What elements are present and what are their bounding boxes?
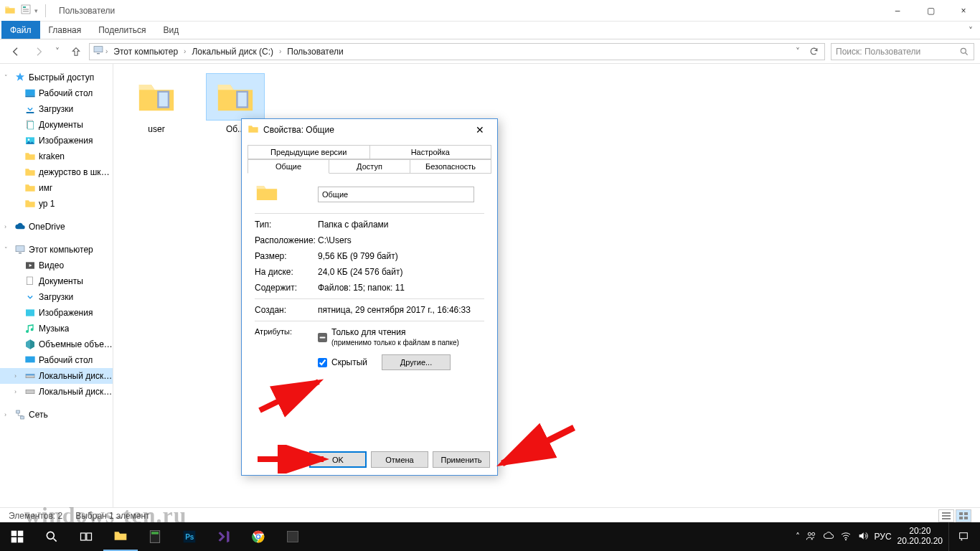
tray-clock[interactable]: 20:2020.20.20.20 <box>897 527 943 547</box>
cancel-button[interactable]: Отмена <box>371 451 428 468</box>
tree-music[interactable]: Музыка <box>0 321 113 336</box>
label-attributes: Атрибуты: <box>255 327 318 370</box>
svg-rect-8 <box>25 95 34 97</box>
tab-previous-versions[interactable]: Предыдущие версии <box>248 145 370 159</box>
tree-documents[interactable]: Документы <box>0 117 113 133</box>
file-tab[interactable]: Файл <box>1 21 40 39</box>
tray-network-icon[interactable] <box>840 530 852 544</box>
tree-duty[interactable]: дежурство в школе <box>0 164 113 180</box>
taskbar-search-icon[interactable] <box>34 522 69 551</box>
tree-pictures-pc[interactable]: Изображения <box>0 305 113 321</box>
svg-rect-39 <box>11 537 17 543</box>
svg-rect-28 <box>942 515 951 517</box>
svg-rect-26 <box>237 92 248 108</box>
tree-ur1[interactable]: ур 1 <box>0 196 113 212</box>
tree-videos[interactable]: Видео <box>0 258 113 273</box>
qat-properties-icon[interactable] <box>20 4 32 17</box>
tray-people-icon[interactable] <box>806 530 817 544</box>
tree-local-disk-c[interactable]: ›Локальный диск (C:) <box>0 368 113 384</box>
label-type: Тип: <box>255 220 318 230</box>
tab-general[interactable]: Общие <box>248 159 329 174</box>
dialog-body: Тип:Папка с файлами Расположение:C:\User… <box>242 174 497 370</box>
folder-name-input[interactable] <box>318 187 474 202</box>
tab-sharing[interactable]: Доступ <box>329 159 410 173</box>
tree-desktop-pc[interactable]: Рабочий стол <box>0 352 113 368</box>
dialog-titlebar[interactable]: Свойства: Общие ✕ <box>242 119 497 141</box>
taskbar-photoshop[interactable]: Ps <box>172 522 207 551</box>
pictures-icon <box>24 307 36 319</box>
up-button[interactable] <box>66 42 86 62</box>
maximize-button[interactable]: ▢ <box>914 0 947 22</box>
other-attributes-button[interactable]: Другие... <box>382 354 451 370</box>
tree-pictures[interactable]: Изображения <box>0 133 113 149</box>
tray-onedrive-icon[interactable] <box>823 530 834 544</box>
svg-rect-30 <box>959 512 963 515</box>
tray-up-icon[interactable]: ˄ <box>796 532 800 542</box>
minimize-button[interactable]: – <box>881 0 914 22</box>
tree-downloads-pc[interactable]: Загрузки <box>0 289 113 305</box>
window-titlebar: ▾ Пользователи – ▢ × <box>0 0 980 22</box>
qat-dropdown-icon[interactable]: ▾ <box>34 7 38 14</box>
tray-volume-icon[interactable] <box>857 530 869 544</box>
taskbar-app[interactable] <box>275 522 310 551</box>
disk-icon <box>24 386 36 397</box>
address-bar[interactable]: › Этот компьютер › Локальный диск (C:) ›… <box>89 43 825 60</box>
tree-documents-pc[interactable]: Документы <box>0 273 113 289</box>
star-icon <box>14 72 26 83</box>
tree-onedrive[interactable]: ›OneDrive <box>0 219 113 235</box>
tray-language[interactable]: РУС <box>875 532 892 542</box>
chevron-right-icon[interactable]: › <box>279 47 281 55</box>
folder-label: user <box>148 124 164 134</box>
crumb-local-disk-c[interactable]: Локальный диск (C:) <box>187 45 278 58</box>
search-placeholder: Поиск: Пользователи <box>836 47 920 57</box>
taskbar-calculator[interactable] <box>138 522 172 551</box>
tree-network[interactable]: ›Сеть <box>0 407 113 423</box>
recent-dropdown[interactable]: ˅ <box>52 42 63 62</box>
tree-this-pc[interactable]: ˅Этот компьютер <box>0 242 113 258</box>
address-dropdown[interactable]: ˅ <box>790 44 806 60</box>
svg-rect-9 <box>27 112 34 113</box>
chevron-right-icon[interactable]: › <box>105 47 108 55</box>
close-button[interactable]: × <box>947 0 980 22</box>
tab-customize[interactable]: Настройка <box>370 145 492 159</box>
checkbox-readonly[interactable]: Только для чтения(применимо только к фай… <box>318 327 484 347</box>
value-size-on-disk: 24,0 КБ (24 576 байт) <box>318 267 402 277</box>
tab-security[interactable]: Безопасность <box>410 159 491 173</box>
view-details-button[interactable] <box>938 509 954 522</box>
search-input[interactable]: Поиск: Пользователи <box>831 43 974 60</box>
dialog-tabs: Предыдущие версии Настройка Общие Доступ… <box>248 145 491 174</box>
taskbar-taskview-icon[interactable] <box>69 522 103 551</box>
tree-desktop[interactable]: Рабочий стол <box>0 85 113 101</box>
crumb-this-pc[interactable]: Этот компьютер <box>109 45 182 58</box>
taskbar-chrome[interactable] <box>241 522 275 551</box>
tree-quick-access[interactable]: ˅Быстрый доступ <box>0 70 113 85</box>
svg-rect-11 <box>28 121 34 129</box>
tree-local-disk-e[interactable]: ›Локальный диск (E:) <box>0 384 113 400</box>
tree-kraken[interactable]: kraken <box>0 149 113 164</box>
ok-button[interactable]: OK <box>309 451 367 468</box>
tray-notifications-icon[interactable] <box>948 522 977 551</box>
back-button[interactable] <box>6 42 26 62</box>
apply-button[interactable]: Применить <box>433 451 490 468</box>
tab-home[interactable]: Главная <box>40 22 90 39</box>
ribbon-expand-icon[interactable]: ˅ <box>961 23 980 39</box>
folder-user[interactable]: user <box>128 74 185 134</box>
tab-share[interactable]: Поделиться <box>90 22 154 39</box>
chevron-right-icon[interactable]: › <box>184 47 186 55</box>
checkbox-hidden[interactable]: Скрытый <box>318 357 367 367</box>
svg-rect-51 <box>288 532 298 542</box>
tab-view[interactable]: Вид <box>154 22 187 39</box>
taskbar-visualstudio[interactable] <box>207 522 241 551</box>
svg-point-53 <box>811 532 814 535</box>
view-icons-button[interactable] <box>956 509 971 522</box>
navigation-tree[interactable]: ˅Быстрый доступ Рабочий стол Загрузки До… <box>0 64 113 508</box>
forward-button[interactable] <box>29 42 49 62</box>
tree-downloads[interactable]: Загрузки <box>0 101 113 117</box>
taskbar-explorer[interactable] <box>103 522 138 551</box>
start-button[interactable] <box>0 522 34 551</box>
tree-3d-objects[interactable]: Объемные объекты <box>0 336 113 352</box>
dialog-close-button[interactable]: ✕ <box>468 119 491 141</box>
crumb-users[interactable]: Пользователи <box>283 45 347 58</box>
tree-img[interactable]: имг <box>0 180 113 196</box>
refresh-button[interactable] <box>806 44 821 60</box>
